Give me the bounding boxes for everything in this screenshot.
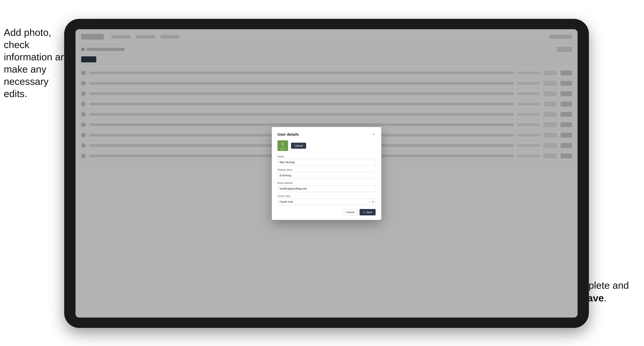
- school-year-label: School Year: [278, 195, 376, 197]
- name-label: Name: [278, 155, 376, 158]
- email-field-group: Email address: [278, 181, 376, 192]
- annotation-right-end: .: [604, 293, 606, 303]
- person-silhouette: [278, 140, 288, 151]
- email-input[interactable]: [278, 185, 376, 192]
- save-label: Save: [366, 211, 372, 214]
- school-year-input[interactable]: [278, 198, 376, 205]
- name-input[interactable]: [278, 159, 376, 166]
- modal-title: User details: [278, 132, 299, 137]
- display-name-input[interactable]: [278, 172, 376, 179]
- user-details-modal: User details ×: [272, 127, 381, 220]
- profile-photo-thumbnail: [278, 140, 288, 151]
- svg-point-5: [281, 143, 284, 146]
- email-label: Email address: [278, 181, 376, 184]
- left-annotation: Add photo, check information and make an…: [4, 26, 72, 100]
- upload-photo-button[interactable]: Upload: [291, 143, 306, 149]
- tablet-screen: User details ×: [76, 29, 578, 318]
- modal-overlay: User details ×: [76, 29, 578, 318]
- svg-point-6: [280, 147, 286, 151]
- save-icon: ⇓: [363, 211, 365, 213]
- modal-footer: Cancel ⇓ Save: [278, 209, 376, 215]
- school-year-clear-icon[interactable]: ×: [369, 200, 370, 203]
- photo-person-image: [278, 140, 288, 151]
- modal-close-button[interactable]: ×: [372, 132, 376, 137]
- tablet-shell: User details ×: [64, 19, 589, 328]
- school-year-field-group: School Year ×: [278, 195, 376, 205]
- photo-section: Upload: [278, 140, 376, 151]
- annotation-line4: necessary edits.: [4, 76, 48, 99]
- annotation-line1: Add photo, check: [4, 27, 51, 50]
- save-button[interactable]: ⇓ Save: [360, 209, 376, 215]
- display-name-field-group: Display name: [278, 168, 376, 179]
- school-year-wrapper: ×: [278, 198, 376, 205]
- annotation-line3: make any: [4, 64, 46, 75]
- name-field-group: Name: [278, 155, 376, 166]
- modal-header: User details ×: [278, 132, 376, 137]
- display-name-label: Display name: [278, 168, 376, 171]
- annotation-line2: information and: [4, 51, 71, 62]
- school-year-up-arrow[interactable]: [372, 201, 374, 202]
- school-year-down-arrow[interactable]: [372, 202, 374, 203]
- cancel-button[interactable]: Cancel: [342, 209, 358, 215]
- school-year-arrows[interactable]: [372, 201, 374, 203]
